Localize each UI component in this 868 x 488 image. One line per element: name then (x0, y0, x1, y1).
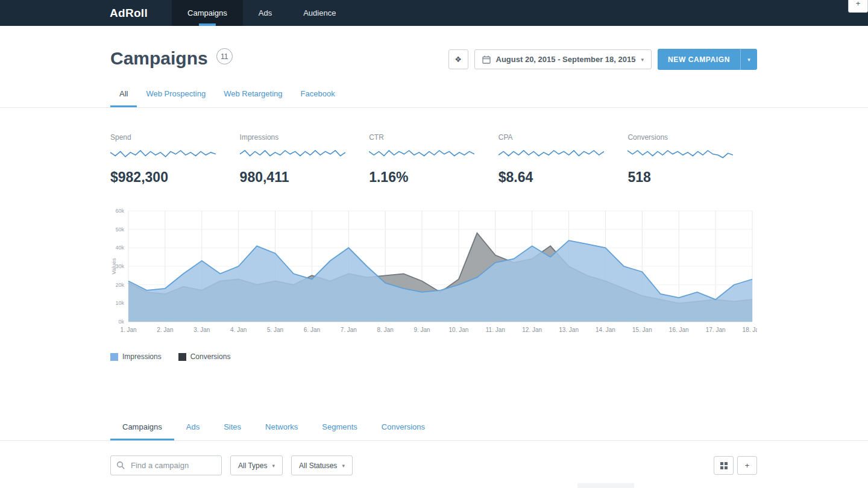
section-tab-segments[interactable]: Segments (310, 422, 370, 440)
svg-text:50k: 50k (115, 227, 124, 233)
nav-item-campaigns[interactable]: Campaigns (172, 0, 243, 26)
legend-swatch (110, 353, 118, 361)
metric-label: CPA (498, 133, 628, 142)
campaign-type-tabs: AllWeb ProspectingWeb RetargetingFaceboo… (110, 89, 757, 107)
table-header: StatusNameSpendImpressionsCTRCPAConversi… (110, 484, 757, 488)
grid-view-button[interactable] (714, 456, 734, 475)
svg-text:5. Jan: 5. Jan (267, 327, 283, 333)
svg-text:10. Jan: 10. Jan (449, 327, 469, 333)
plus-icon: + (856, 0, 861, 8)
svg-text:3. Jan: 3. Jan (193, 327, 210, 333)
svg-text:60k: 60k (115, 208, 124, 214)
metric-label: Conversions (627, 133, 757, 142)
metric-card-cpa: CPA$8.64 (498, 133, 628, 186)
primary-nav: CampaignsAdsAudience (172, 0, 351, 26)
svg-text:1. Jan: 1. Jan (120, 327, 136, 333)
add-button[interactable]: + (737, 456, 757, 475)
top-navbar: AdRoll CampaignsAdsAudience (0, 0, 868, 26)
metric-card-impressions: Impressions980,411 (240, 133, 370, 186)
status-filter-label: All Statuses (299, 461, 337, 470)
tab-web-prospecting[interactable]: Web Prospecting (137, 89, 215, 107)
status-filter-dropdown[interactable]: All Statuses ▾ (291, 455, 353, 475)
svg-text:8. Jan: 8. Jan (377, 327, 394, 333)
svg-text:13. Jan: 13. Jan (559, 327, 579, 333)
svg-text:14. Jan: 14. Jan (596, 327, 615, 333)
metric-value: 518 (627, 169, 757, 186)
svg-text:18. Jan: 18. Jan (743, 327, 757, 333)
tab-web-retargeting[interactable]: Web Retargeting (215, 89, 291, 107)
svg-text:7. Jan: 7. Jan (341, 327, 357, 333)
svg-text:17. Jan: 17. Jan (706, 327, 726, 333)
search-icon (116, 461, 125, 470)
area-chart: 0k10k20k30k40k50k60kValues1. Jan2. Jan3.… (110, 205, 757, 347)
metric-value: $8.64 (498, 169, 628, 186)
metric-label: Spend (110, 133, 240, 142)
chevron-down-icon: ▾ (272, 463, 275, 469)
section-tab-conversions[interactable]: Conversions (370, 422, 437, 440)
section-tab-sites[interactable]: Sites (212, 422, 253, 440)
svg-text:11. Jan: 11. Jan (486, 327, 505, 333)
date-range-picker[interactable]: August 20, 2015 - September 18, 2015 ▾ (474, 49, 652, 69)
divider (0, 440, 868, 441)
svg-text:6. Jan: 6. Jan (304, 327, 320, 333)
svg-text:10k: 10k (115, 300, 124, 306)
metric-label: Impressions (240, 133, 370, 142)
section-tab-networks[interactable]: Networks (253, 422, 310, 440)
sparkline (240, 146, 345, 164)
calendar-icon (482, 55, 491, 64)
nav-item-ads[interactable]: Ads (243, 0, 288, 26)
metric-card-spend: Spend$982,300 (110, 133, 240, 186)
sparkline (498, 146, 604, 164)
section-tab-campaigns[interactable]: Campaigns (110, 422, 174, 440)
sparkline (627, 146, 733, 164)
tools-button[interactable]: ❖ (448, 49, 468, 69)
nav-item-audience[interactable]: Audience (288, 0, 351, 26)
metric-cards-row: Spend$982,300Impressions980,411CTR1.16%C… (110, 133, 757, 186)
grid-icon (720, 462, 728, 469)
campaign-count-badge: 11 (216, 48, 233, 64)
tab-facebook[interactable]: Facebook (292, 89, 344, 107)
svg-text:20k: 20k (115, 282, 124, 288)
sparkline (369, 146, 474, 164)
svg-text:0k: 0k (118, 319, 124, 325)
tools-icon: ❖ (454, 55, 462, 64)
legend-label: Conversions (190, 352, 231, 361)
adroll-logo: AdRoll (110, 0, 148, 26)
svg-text:40k: 40k (115, 245, 124, 251)
legend-swatch (178, 353, 186, 361)
legend-item-conversions: Conversions (178, 352, 231, 361)
metric-card-ctr: CTR1.16% (369, 133, 498, 186)
search-input[interactable] (110, 455, 222, 475)
sparkline (110, 146, 216, 164)
svg-text:4. Jan: 4. Jan (230, 327, 247, 333)
new-campaign-button[interactable]: NEW CAMPAIGN (658, 49, 740, 70)
legend-item-impressions: Impressions (110, 352, 162, 361)
plus-icon: + (745, 461, 750, 470)
metric-label: CTR (369, 133, 498, 142)
svg-text:Values: Values (111, 258, 117, 274)
add-metric-button[interactable]: + (848, 0, 868, 13)
svg-text:16. Jan: 16. Jan (669, 327, 689, 333)
svg-text:15. Jan: 15. Jan (632, 327, 652, 333)
type-filter-label: All Types (238, 461, 267, 470)
tab-all[interactable]: All (110, 89, 137, 107)
legend-label: Impressions (122, 352, 162, 361)
metric-value: $982,300 (110, 169, 240, 186)
metric-card-conversions: Conversions518 (627, 133, 757, 186)
page-title: Campaigns (110, 48, 208, 69)
type-filter-dropdown[interactable]: All Types ▾ (230, 455, 283, 475)
chevron-down-icon: ▾ (342, 463, 345, 469)
new-campaign-dropdown-toggle[interactable]: ▾ (740, 49, 757, 70)
data-section-tabs: CampaignsAdsSitesNetworksSegmentsConvers… (110, 422, 757, 440)
svg-text:2. Jan: 2. Jan (157, 327, 173, 333)
chart-legend: ImpressionsConversions (110, 352, 757, 361)
metric-value: 1.16% (369, 169, 498, 186)
chevron-down-icon: ▾ (641, 57, 644, 63)
section-tab-ads[interactable]: Ads (174, 422, 212, 440)
svg-text:12. Jan: 12. Jan (522, 327, 542, 333)
metric-value: 980,411 (240, 169, 370, 186)
chevron-down-icon: ▾ (747, 57, 750, 63)
date-range-text: August 20, 2015 - September 18, 2015 (496, 55, 636, 64)
svg-text:9. Jan: 9. Jan (414, 327, 430, 333)
